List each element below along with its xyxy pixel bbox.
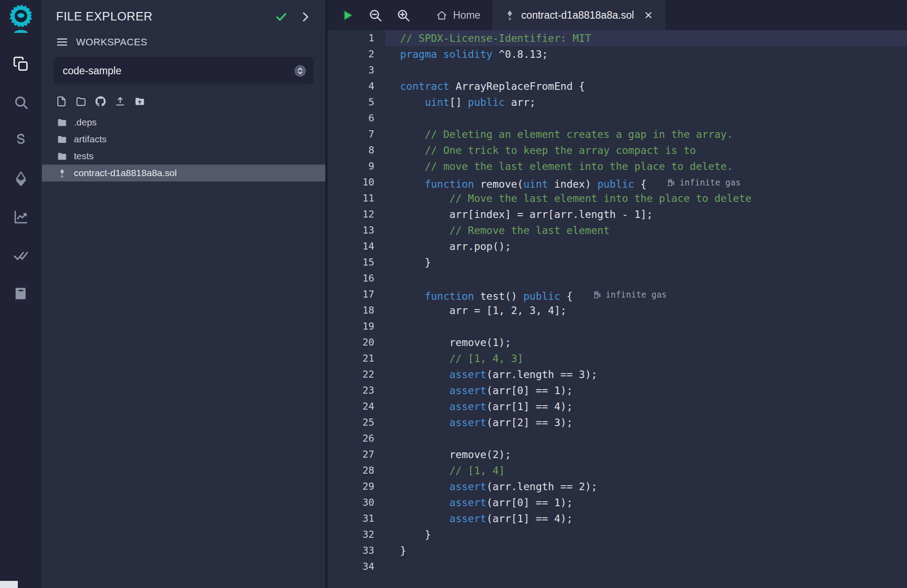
remix-logo[interactable]: [7, 4, 35, 36]
line-number: 1: [328, 30, 385, 46]
code-line[interactable]: 24 assert(arr[1] == 4);: [328, 399, 907, 415]
code-line[interactable]: 10 function remove(uint index) public {i…: [328, 174, 907, 190]
file-toolbar: [42, 85, 325, 107]
code-line[interactable]: 21 // [1, 4, 3]: [328, 350, 907, 366]
folder-name: .deps: [74, 117, 97, 128]
code-line[interactable]: 6: [328, 110, 907, 126]
folder-icon: [57, 117, 67, 128]
tab-home[interactable]: Home: [424, 0, 492, 30]
code-line[interactable]: 31 assert(arr[1] == 4);: [328, 511, 907, 527]
check-icon[interactable]: [275, 10, 288, 24]
folder-item[interactable]: tests: [42, 148, 325, 165]
gas-estimate-badge: infinite gas: [593, 286, 667, 302]
line-number: 28: [328, 463, 385, 479]
folder-icon: [57, 134, 67, 145]
code-line[interactable]: 7 // Deleting an element creates a gap i…: [328, 126, 907, 142]
code-line[interactable]: 15 }: [328, 254, 907, 270]
home-icon: [436, 10, 447, 21]
panel-header: FILE EXPLORER: [42, 0, 325, 24]
code-line[interactable]: 12 arr[index] = arr[arr.length - 1];: [328, 206, 907, 222]
play-icon[interactable]: [340, 8, 355, 23]
folder-icon: [57, 151, 67, 161]
tab-label: Home: [453, 9, 480, 21]
gas-estimate-badge: infinite gas: [667, 174, 741, 190]
line-number: 11: [328, 190, 385, 206]
upload-folder-icon[interactable]: [134, 96, 145, 107]
line-number: 29: [328, 479, 385, 495]
code-line[interactable]: 9 // move the last element into the plac…: [328, 158, 907, 174]
line-number: 31: [328, 511, 385, 527]
line-number: 34: [328, 559, 385, 575]
line-number: 27: [328, 447, 385, 463]
code-line[interactable]: 14 arr.pop();: [328, 238, 907, 254]
code-line[interactable]: 30 assert(arr[0] == 1);: [328, 495, 907, 511]
close-tab-icon[interactable]: [644, 10, 653, 20]
folder-list: .depsartifactstests: [42, 114, 325, 165]
line-number: 16: [328, 270, 385, 286]
line-number: 20: [328, 334, 385, 350]
code-line[interactable]: 11 // Move the last element into the pla…: [328, 190, 907, 206]
code-line[interactable]: 19: [328, 318, 907, 334]
code-line[interactable]: 8 // One trick to keep the array compact…: [328, 142, 907, 158]
code-line[interactable]: 22 assert(arr.length == 3);: [328, 366, 907, 383]
github-icon[interactable]: [95, 96, 106, 107]
code-line[interactable]: 5 uint[] public arr;: [328, 94, 907, 110]
code-line[interactable]: 4contract ArrayReplaceFromEnd {: [328, 78, 907, 94]
deploy-run-icon[interactable]: [12, 170, 30, 188]
plugin-manager-icon[interactable]: [12, 285, 30, 302]
code-line[interactable]: 23 assert(arr[0] == 1);: [328, 383, 907, 399]
code-line[interactable]: 20 remove(1);: [328, 334, 907, 350]
line-number: 6: [328, 110, 385, 126]
code-line[interactable]: 13 // Remove the last element: [328, 222, 907, 238]
code-line[interactable]: 33}: [328, 543, 907, 559]
solidity-file-icon: [504, 10, 515, 21]
folder-name: artifacts: [74, 134, 107, 145]
unit-testing-icon[interactable]: [12, 246, 30, 264]
file-item-selected[interactable]: contract-d1a8818a8a.sol: [42, 165, 325, 181]
code-line[interactable]: 17 function test() public {infinite gas: [328, 286, 907, 302]
line-number: 25: [328, 415, 385, 431]
code-line[interactable]: 26: [328, 431, 907, 447]
line-number: 9: [328, 158, 385, 174]
code-line[interactable]: 18 arr = [1, 2, 3, 4];: [328, 302, 907, 318]
code-line[interactable]: 27 remove(2);: [328, 447, 907, 463]
gas-pump-icon: [667, 178, 676, 187]
code-editor[interactable]: 1// SPDX-License-Identifier: MIT2pragma …: [328, 30, 907, 588]
zoom-out-icon[interactable]: [368, 8, 383, 23]
folder-item[interactable]: artifacts: [42, 131, 325, 148]
activity-bar: [0, 0, 42, 588]
line-number: 22: [328, 366, 385, 383]
analysis-icon[interactable]: [12, 208, 30, 226]
workspace-dropdown[interactable]: code-sample: [53, 57, 314, 85]
code-line[interactable]: 2pragma solidity ^0.8.13;: [328, 46, 907, 62]
code-line[interactable]: 34: [328, 559, 907, 575]
chevron-right-icon[interactable]: [299, 10, 312, 24]
code-line[interactable]: 1// SPDX-License-Identifier: MIT: [328, 30, 907, 46]
code-line[interactable]: 32 }: [328, 527, 907, 543]
hamburger-menu-icon[interactable]: [56, 36, 68, 48]
code-line[interactable]: 3: [328, 62, 907, 78]
solidity-compiler-icon[interactable]: [12, 132, 30, 149]
zoom-in-icon[interactable]: [396, 8, 411, 23]
code-line[interactable]: 25 assert(arr[2] == 3);: [328, 415, 907, 431]
code-line[interactable]: 28 // [1, 4]: [328, 463, 907, 479]
line-number: 10: [328, 174, 385, 190]
line-number: 14: [328, 238, 385, 254]
search-icon[interactable]: [12, 93, 30, 111]
code-line[interactable]: 16: [328, 270, 907, 286]
line-number: 33: [328, 543, 385, 559]
line-number: 18: [328, 302, 385, 318]
file-explorer-icon[interactable]: [12, 55, 30, 73]
scrollbar-corner: [0, 581, 18, 588]
tab-contract-file[interactable]: contract-d1a8818a8a.sol: [492, 0, 665, 30]
workspace-name: code-sample: [63, 65, 121, 77]
new-folder-icon[interactable]: [76, 96, 86, 107]
line-number: 32: [328, 527, 385, 543]
workspaces-label: WORKSPACES: [76, 36, 147, 48]
file-name: contract-d1a8818a8a.sol: [74, 168, 177, 178]
line-number: 12: [328, 206, 385, 222]
upload-file-icon[interactable]: [115, 96, 126, 107]
folder-item[interactable]: .deps: [42, 114, 325, 131]
code-line[interactable]: 29 assert(arr.length == 2);: [328, 479, 907, 495]
new-file-icon[interactable]: [56, 96, 67, 107]
